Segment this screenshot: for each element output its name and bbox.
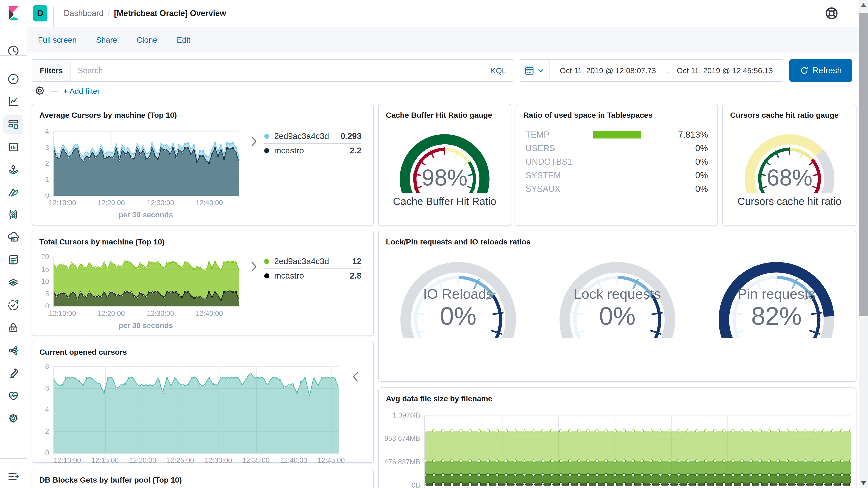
ml-icon — [7, 186, 20, 199]
legend-item[interactable]: 2ed9ac3a4c3d12 — [264, 254, 362, 268]
legend-swatch — [264, 148, 269, 153]
sidebar-item-code[interactable] — [3, 341, 23, 361]
legend-item[interactable]: 2ed9ac3a4c3d0.293 — [264, 129, 362, 143]
sidebar-item-management[interactable] — [3, 408, 23, 428]
sidebar-item-discover[interactable] — [3, 69, 23, 89]
help-lifebuoy-icon[interactable] — [825, 6, 839, 21]
filter-gear-icon[interactable] — [34, 85, 46, 97]
panel-average-cursors: Average Cursors by machine (Top 10) 4321… — [32, 104, 374, 226]
scroll-down-arrow-icon[interactable] — [861, 481, 866, 485]
page-scrollbar[interactable] — [859, 0, 868, 488]
legend-item[interactable]: mcastro2.2 — [264, 143, 362, 158]
svg-text:Pin requests: Pin requests — [738, 286, 815, 302]
panel-title: Cache Buffer Hit Ratio gauge — [379, 104, 510, 120]
legend-item[interactable]: mcastro2.8 — [264, 268, 362, 283]
clock-arrow-icon — [7, 299, 20, 312]
page-title: [Metricbeat Oracle] Overview — [114, 8, 226, 18]
gauge-label: Cursors cache hit ratio — [737, 195, 841, 207]
legend-swatch — [264, 259, 269, 264]
full-screen-link[interactable]: Full screen — [38, 35, 76, 44]
date-range-arrow-icon: → — [662, 66, 671, 75]
sidebar-item-maps[interactable] — [3, 160, 23, 180]
legend-swatch — [264, 134, 269, 139]
x-axis-label: 12:30:00 — [135, 310, 185, 318]
chart-plot-area — [424, 415, 851, 486]
breadcrumb-separator: / — [107, 8, 110, 18]
sidebar-item-recent[interactable] — [3, 41, 23, 61]
panel-title: Current opened cursors — [32, 341, 373, 357]
refresh-button[interactable]: Refresh — [789, 59, 852, 82]
space-avatar[interactable]: D — [33, 5, 48, 22]
sidebar-item-logs[interactable] — [3, 250, 23, 270]
kibana-logo-icon[interactable] — [0, 0, 27, 27]
svg-text:Lock requests: Lock requests — [574, 286, 661, 302]
sidebar-item-visualize[interactable] — [3, 92, 23, 112]
tablespace-row: UNDOTBS10% — [526, 155, 708, 168]
legend-toggle-chevron-icon[interactable] — [250, 136, 257, 148]
sidebar-item-graph[interactable] — [3, 205, 23, 225]
breadcrumb-dashboard-link[interactable]: Dashboard — [64, 8, 103, 18]
filters-button[interactable]: Filters — [32, 60, 71, 81]
tablespace-row: SYSTEM0% — [526, 168, 708, 182]
tablespace-value: 0% — [660, 143, 708, 153]
filter-dash: — — [51, 87, 58, 95]
sidebar-collapse-button[interactable] — [3, 466, 23, 486]
sidebar-item-monitoring[interactable] — [3, 386, 23, 406]
tablespace-value: 0% — [660, 157, 708, 167]
sidebar-item-metrics[interactable] — [3, 273, 23, 293]
tablespace-row: TEMP7.813% — [526, 128, 708, 141]
y-axis-label: 20 — [32, 253, 49, 261]
share-link[interactable]: Share — [96, 35, 117, 44]
y-axis-label: 8 — [32, 363, 49, 371]
x-axis-label: 12:20:00 — [86, 310, 136, 318]
graph-icon — [7, 208, 20, 221]
panel-title: Avg data file size by filename — [379, 388, 856, 403]
avg-cursors-chart: 4321012:10:0012:20:0012:30:0012:40:00per… — [32, 131, 373, 222]
sidebar-item-machine-learning[interactable] — [3, 183, 23, 202]
search-input[interactable] — [71, 66, 491, 75]
axis-caption: per 30 seconds — [53, 321, 239, 330]
heartbeat-icon — [7, 389, 20, 402]
sidebar-item-dev-tools[interactable] — [3, 363, 23, 383]
y-axis-label: 10 — [32, 278, 49, 286]
chart-plot-area — [53, 366, 339, 454]
sidebar-item-siem[interactable] — [3, 318, 23, 338]
scrollbar-thumb[interactable] — [859, 13, 868, 316]
sidebar-item-dashboard[interactable] — [3, 115, 23, 134]
y-axis-label: 15 — [32, 265, 49, 273]
add-filter-link[interactable]: + Add filter — [63, 87, 100, 96]
gauge-cursors_gauge: 68%Cursors cache hit ratio — [723, 124, 856, 207]
date-picker-calendar-button[interactable] — [519, 60, 550, 81]
x-axis-label: 12:40:00 — [184, 199, 234, 207]
kibana-dashboard-app: D Dashboard / [Metricbeat Oracle] Overvi… — [0, 0, 868, 488]
cursors-cache-gauge: 68%Cursors cache hit ratio — [723, 124, 856, 223]
date-to[interactable]: Oct 11, 2019 @ 12:45:56.13 — [677, 66, 773, 75]
sidebar-item-apm[interactable] — [3, 295, 23, 315]
legend-toggle-chevron-icon[interactable] — [250, 261, 257, 273]
scroll-up-arrow-icon[interactable] — [861, 3, 866, 7]
datafile-sizes-chart: 1.397GB953.674MB476.837MB0B — [379, 415, 856, 488]
gauge-lock_requests: Lock requests0% — [538, 247, 697, 338]
sidebar-item-canvas[interactable] — [3, 137, 23, 157]
cache-buffer-gauge: 98%Cache Buffer Hit Ratio — [379, 124, 510, 223]
edit-link[interactable]: Edit — [177, 35, 190, 44]
tablespace-bar — [593, 131, 641, 138]
tablespace-value: 0% — [660, 170, 708, 180]
kql-toggle[interactable]: KQL — [491, 66, 514, 75]
legend-value: 2.8 — [350, 271, 362, 281]
sidebar-divider — [0, 55, 27, 56]
tablespace-name: USERS — [526, 143, 593, 153]
date-from[interactable]: Oct 11, 2019 @ 12:08:07.73 — [560, 66, 656, 75]
chart-legend: 2ed9ac3a4c3d12mcastro2.8 — [264, 254, 362, 283]
lock-pin-io-gauges: IO Reloads0%Lock requests0%Pin requests8… — [379, 247, 856, 380]
metrics-icon — [7, 276, 20, 289]
y-axis-label: 0 — [32, 191, 49, 199]
legend-label: mcastro — [274, 271, 345, 281]
legend-value: 2.2 — [350, 146, 362, 156]
y-axis-label: 6 — [32, 384, 49, 392]
legend-expand-chevron-icon[interactable] — [352, 371, 359, 383]
sidebar-item-uptime[interactable] — [3, 227, 23, 247]
tablespace-row: USERS0% — [526, 141, 708, 155]
clone-link[interactable]: Clone — [137, 35, 157, 44]
collapse-menu-icon — [7, 470, 20, 483]
